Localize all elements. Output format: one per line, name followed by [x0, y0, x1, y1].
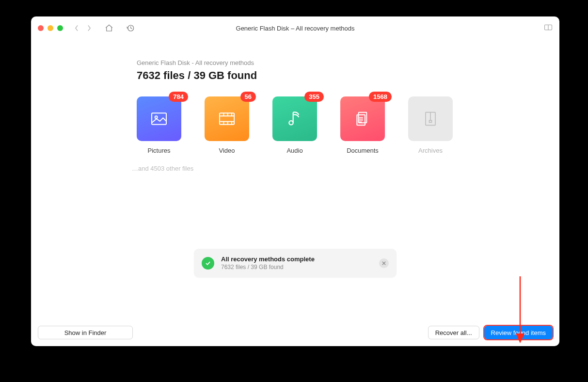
home-icon[interactable]: [105, 24, 113, 32]
audio-icon: [285, 109, 304, 128]
archives-icon: [421, 109, 440, 128]
completion-toast: All recovery methods complete 7632 files…: [194, 249, 397, 277]
svg-rect-22: [429, 120, 432, 122]
category-archives[interactable]: Archives: [408, 96, 453, 154]
video-label: Video: [219, 147, 235, 154]
window-minimize-button[interactable]: [48, 25, 53, 31]
archives-tile: [408, 96, 453, 141]
forward-button[interactable]: [84, 23, 94, 33]
scan-subtitle: Generic Flash Disk - All recovery method…: [137, 59, 476, 66]
pictures-badge: 784: [169, 92, 188, 102]
audio-label: Audio: [286, 147, 302, 154]
video-icon: [217, 109, 237, 128]
category-documents[interactable]: 1568 Documents: [340, 96, 385, 154]
check-icon: [202, 257, 214, 270]
documents-label: Documents: [347, 147, 379, 154]
sidebar-toggle-icon[interactable]: [544, 24, 553, 32]
review-found-items-button[interactable]: Review found items: [484, 326, 553, 339]
svg-point-14: [289, 121, 293, 125]
category-audio[interactable]: 355 Audio: [272, 96, 317, 154]
toast-subtitle: 7632 files / 39 GB found: [221, 264, 372, 271]
main-content: Generic Flash Disk - All recovery method…: [31, 40, 559, 319]
app-window: Generic Flash Disk – All recovery method…: [31, 16, 559, 346]
window-zoom-button[interactable]: [57, 25, 63, 31]
audio-tile: 355: [272, 96, 317, 141]
back-button[interactable]: [72, 23, 81, 33]
pictures-label: Pictures: [148, 147, 171, 154]
window-close-button[interactable]: [38, 25, 44, 31]
category-video[interactable]: 56 Video: [205, 96, 249, 154]
footer-bar: Show in Finder Recover all... Review fou…: [31, 319, 559, 346]
documents-tile: 1568: [340, 96, 385, 141]
recover-all-button[interactable]: Recover all...: [428, 326, 479, 339]
category-cards: 784 Pictures 56: [137, 96, 476, 154]
show-in-finder-button[interactable]: Show in Finder: [38, 326, 133, 339]
toast-close-button[interactable]: [379, 258, 389, 268]
traffic-lights: [38, 25, 63, 31]
toast-title: All recovery methods complete: [221, 255, 372, 263]
pictures-icon: [149, 109, 169, 128]
video-tile: 56: [205, 96, 249, 141]
documents-badge: 1568: [369, 92, 392, 102]
svg-point-4: [155, 116, 158, 118]
audio-badge: 355: [304, 92, 324, 102]
archives-label: Archives: [418, 147, 443, 154]
category-pictures[interactable]: 784 Pictures: [137, 96, 181, 154]
documents-icon: [353, 109, 372, 128]
video-badge: 56: [240, 92, 256, 102]
nav-arrows: [72, 23, 94, 33]
scan-headline: 7632 files / 39 GB found: [137, 69, 476, 82]
other-files-text: …and 4503 other files: [132, 165, 476, 172]
titlebar: Generic Flash Disk – All recovery method…: [31, 16, 559, 40]
pictures-tile: 784: [137, 96, 181, 141]
history-icon[interactable]: [126, 24, 135, 32]
